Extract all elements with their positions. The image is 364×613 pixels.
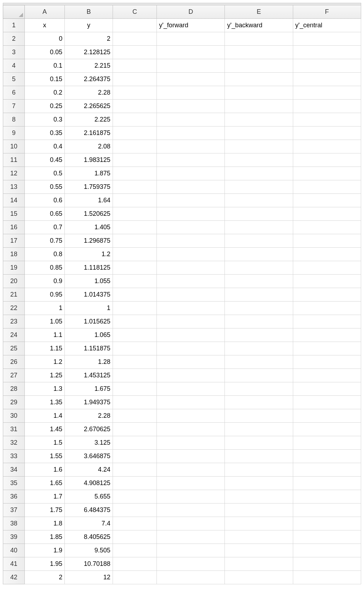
cell-D36[interactable] — [157, 490, 225, 504]
cell-D38[interactable] — [157, 517, 225, 530]
row-header-24[interactable]: 24 — [3, 328, 25, 342]
cell-C4[interactable] — [113, 59, 157, 73]
cell-A7[interactable]: 0.25 — [25, 100, 65, 113]
cell-B19[interactable]: 1.118125 — [65, 261, 113, 275]
cell-D11[interactable] — [157, 153, 225, 167]
cell-B23[interactable]: 1.015625 — [65, 315, 113, 328]
cell-B12[interactable]: 1.875 — [65, 167, 113, 180]
cell-A25[interactable]: 1.15 — [25, 342, 65, 355]
cell-D22[interactable] — [157, 302, 225, 315]
row-header-29[interactable]: 29 — [3, 396, 25, 409]
row-header-22[interactable]: 22 — [3, 302, 25, 315]
cell-D12[interactable] — [157, 167, 225, 180]
cell-E20[interactable] — [225, 275, 293, 288]
cell-E38[interactable] — [225, 517, 293, 530]
cell-B14[interactable]: 1.64 — [65, 194, 113, 207]
cell-A35[interactable]: 1.65 — [25, 477, 65, 490]
cell-D39[interactable] — [157, 530, 225, 544]
cell-C12[interactable] — [113, 167, 157, 180]
cell-E40[interactable] — [225, 544, 293, 557]
cell-C18[interactable] — [113, 248, 157, 261]
cell-C9[interactable] — [113, 126, 157, 140]
cell-A18[interactable]: 0.8 — [25, 248, 65, 261]
cell-A31[interactable]: 1.45 — [25, 423, 65, 436]
cell-B11[interactable]: 1.983125 — [65, 153, 113, 167]
column-header-B[interactable]: B — [65, 5, 113, 19]
cell-D29[interactable] — [157, 396, 225, 409]
cell-E2[interactable] — [225, 32, 293, 46]
cell-E15[interactable] — [225, 207, 293, 221]
cell-B30[interactable]: 2.28 — [65, 409, 113, 423]
cell-B25[interactable]: 1.151875 — [65, 342, 113, 355]
cell-E30[interactable] — [225, 409, 293, 423]
cell-D3[interactable] — [157, 46, 225, 59]
cell-A10[interactable]: 0.4 — [25, 140, 65, 153]
row-header-33[interactable]: 33 — [3, 450, 25, 463]
row-header-12[interactable]: 12 — [3, 167, 25, 180]
row-header-3[interactable]: 3 — [3, 46, 25, 59]
cell-D32[interactable] — [157, 436, 225, 450]
cell-B17[interactable]: 1.296875 — [65, 234, 113, 248]
cell-F10[interactable] — [293, 140, 361, 153]
row-header-37[interactable]: 37 — [3, 504, 25, 517]
cell-F8[interactable] — [293, 113, 361, 126]
row-header-7[interactable]: 7 — [3, 100, 25, 113]
cell-C24[interactable] — [113, 328, 157, 342]
cell-A26[interactable]: 1.2 — [25, 355, 65, 369]
cell-B22[interactable]: 1 — [65, 302, 113, 315]
cell-A5[interactable]: 0.15 — [25, 73, 65, 86]
cell-B31[interactable]: 2.670625 — [65, 423, 113, 436]
cell-A12[interactable]: 0.5 — [25, 167, 65, 180]
cell-C6[interactable] — [113, 86, 157, 100]
cell-D26[interactable] — [157, 355, 225, 369]
cell-B15[interactable]: 1.520625 — [65, 207, 113, 221]
cell-B6[interactable]: 2.28 — [65, 86, 113, 100]
cell-C37[interactable] — [113, 504, 157, 517]
row-header-8[interactable]: 8 — [3, 113, 25, 126]
row-header-40[interactable]: 40 — [3, 544, 25, 557]
row-header-38[interactable]: 38 — [3, 517, 25, 530]
cell-E35[interactable] — [225, 477, 293, 490]
cell-A4[interactable]: 0.1 — [25, 59, 65, 73]
cell-F21[interactable] — [293, 288, 361, 302]
cell-A21[interactable]: 0.95 — [25, 288, 65, 302]
cell-A3[interactable]: 0.05 — [25, 46, 65, 59]
cell-F42[interactable] — [293, 571, 361, 584]
row-header-1[interactable]: 1 — [3, 19, 25, 32]
row-header-25[interactable]: 25 — [3, 342, 25, 355]
cell-D25[interactable] — [157, 342, 225, 355]
cell-E12[interactable] — [225, 167, 293, 180]
cell-F23[interactable] — [293, 315, 361, 328]
cell-F32[interactable] — [293, 436, 361, 450]
cell-F15[interactable] — [293, 207, 361, 221]
cell-F18[interactable] — [293, 248, 361, 261]
cell-E23[interactable] — [225, 315, 293, 328]
cell-E28[interactable] — [225, 382, 293, 396]
cell-C21[interactable] — [113, 288, 157, 302]
cell-D41[interactable] — [157, 557, 225, 571]
cell-F9[interactable] — [293, 126, 361, 140]
cell-C17[interactable] — [113, 234, 157, 248]
cell-F36[interactable] — [293, 490, 361, 504]
cell-D5[interactable] — [157, 73, 225, 86]
cell-A29[interactable]: 1.35 — [25, 396, 65, 409]
column-header-F[interactable]: F — [293, 5, 361, 19]
cell-E7[interactable] — [225, 100, 293, 113]
cell-B1[interactable]: y — [65, 19, 113, 32]
cell-B3[interactable]: 2.128125 — [65, 46, 113, 59]
cell-C33[interactable] — [113, 450, 157, 463]
cell-E1[interactable]: y'_backward — [225, 19, 293, 32]
cell-F40[interactable] — [293, 544, 361, 557]
cell-C41[interactable] — [113, 557, 157, 571]
cell-C30[interactable] — [113, 409, 157, 423]
row-header-16[interactable]: 16 — [3, 221, 25, 234]
cell-B24[interactable]: 1.065 — [65, 328, 113, 342]
cell-E34[interactable] — [225, 463, 293, 477]
cell-B26[interactable]: 1.28 — [65, 355, 113, 369]
cell-F20[interactable] — [293, 275, 361, 288]
cell-C34[interactable] — [113, 463, 157, 477]
cell-A24[interactable]: 1.1 — [25, 328, 65, 342]
cell-A20[interactable]: 0.9 — [25, 275, 65, 288]
cell-F41[interactable] — [293, 557, 361, 571]
cell-E22[interactable] — [225, 302, 293, 315]
